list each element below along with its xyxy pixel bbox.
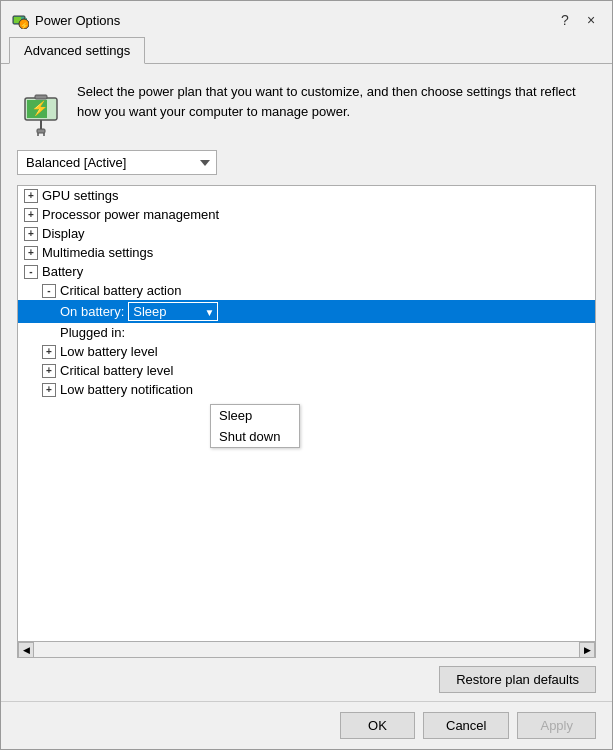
- scroll-left-button[interactable]: ◀: [18, 642, 34, 658]
- cancel-button[interactable]: Cancel: [423, 712, 509, 739]
- close-button[interactable]: ×: [580, 9, 602, 31]
- window-icon: ⚡: [11, 11, 29, 29]
- tree-item-critical-action[interactable]: - Critical battery action: [18, 281, 595, 300]
- expand-icon-multimedia[interactable]: +: [24, 246, 38, 260]
- window-title: Power Options: [35, 13, 554, 28]
- tree-label-critical-action: Critical battery action: [60, 283, 181, 298]
- tree-label-multimedia: Multimedia settings: [42, 245, 153, 260]
- tree-item-multimedia[interactable]: + Multimedia settings: [18, 243, 595, 262]
- restore-row: Restore plan defaults: [17, 658, 596, 701]
- expand-icon-low-battery-notification[interactable]: +: [42, 383, 56, 397]
- tree-label-gpu: GPU settings: [42, 188, 119, 203]
- tree-label-low-battery-level: Low battery level: [60, 344, 158, 359]
- dropdown-item-shutdown[interactable]: Shut down: [211, 426, 299, 447]
- expand-icon-processor[interactable]: +: [24, 208, 38, 222]
- tree-item-gpu[interactable]: + GPU settings: [18, 186, 595, 205]
- tree-label-critical-battery-level: Critical battery level: [60, 363, 173, 378]
- scroll-track[interactable]: [34, 642, 579, 657]
- scroll-right-button[interactable]: ▶: [579, 642, 595, 658]
- expand-icon-critical-action[interactable]: -: [42, 284, 56, 298]
- tree-item-low-battery-notification[interactable]: + Low battery notification: [18, 380, 595, 399]
- tab-bar: Advanced settings: [1, 37, 612, 64]
- tree-item-on-battery[interactable]: On battery: Sleep Shut down Hibernate Do…: [18, 300, 595, 323]
- tree-item-plugged-in[interactable]: Plugged in:: [18, 323, 595, 342]
- tree-label-processor: Processor power management: [42, 207, 219, 222]
- power-options-dialog: ⚡ Power Options ? × Advanced settings: [0, 0, 613, 750]
- svg-text:⚡: ⚡: [31, 100, 49, 117]
- svg-rect-6: [35, 95, 47, 99]
- apply-button[interactable]: Apply: [517, 712, 596, 739]
- tree-label-battery: Battery: [42, 264, 83, 279]
- tab-advanced-settings[interactable]: Advanced settings: [9, 37, 145, 64]
- dropdown-item-sleep[interactable]: Sleep: [211, 405, 299, 426]
- dropdown-popup: Sleep Shut down: [210, 404, 300, 448]
- help-button[interactable]: ?: [554, 9, 576, 31]
- on-battery-select[interactable]: Sleep Shut down Hibernate Do nothing: [128, 302, 218, 321]
- svg-text:⚡: ⚡: [20, 21, 29, 30]
- svg-rect-10: [37, 129, 45, 133]
- horizontal-scrollbar: ◀ ▶: [18, 641, 595, 657]
- info-description: Select the power plan that you want to c…: [77, 80, 596, 121]
- tree-item-display[interactable]: + Display: [18, 224, 595, 243]
- expand-icon-critical-battery-level[interactable]: +: [42, 364, 56, 378]
- content-area: ⚡ Select the power plan that you want to…: [1, 64, 612, 701]
- plan-select-row: Balanced [Active] Power saver High perfo…: [17, 150, 596, 175]
- battery-icon: ⚡: [17, 80, 65, 136]
- tree-item-low-battery-level[interactable]: + Low battery level: [18, 342, 595, 361]
- ok-button[interactable]: OK: [340, 712, 415, 739]
- title-bar: ⚡ Power Options ? ×: [1, 1, 612, 37]
- tree-item-critical-battery-level[interactable]: + Critical battery level: [18, 361, 595, 380]
- tree-label-low-battery-notification: Low battery notification: [60, 382, 193, 397]
- footer: OK Cancel Apply: [1, 701, 612, 749]
- tree-label-display: Display: [42, 226, 85, 241]
- restore-plan-defaults-button[interactable]: Restore plan defaults: [439, 666, 596, 693]
- expand-icon-low-battery-level[interactable]: +: [42, 345, 56, 359]
- info-section: ⚡ Select the power plan that you want to…: [17, 80, 596, 136]
- tree-item-battery[interactable]: - Battery: [18, 262, 595, 281]
- title-bar-controls: ? ×: [554, 9, 602, 31]
- tree-container: + GPU settings + Processor power managem…: [17, 185, 596, 658]
- on-battery-label: On battery:: [60, 304, 124, 319]
- expand-icon-display[interactable]: +: [24, 227, 38, 241]
- tree-item-processor[interactable]: + Processor power management: [18, 205, 595, 224]
- plan-select[interactable]: Balanced [Active] Power saver High perfo…: [17, 150, 217, 175]
- plugged-in-label: Plugged in:: [60, 325, 125, 340]
- expand-icon-gpu[interactable]: +: [24, 189, 38, 203]
- tree-scroll[interactable]: + GPU settings + Processor power managem…: [18, 186, 595, 641]
- expand-icon-battery[interactable]: -: [24, 265, 38, 279]
